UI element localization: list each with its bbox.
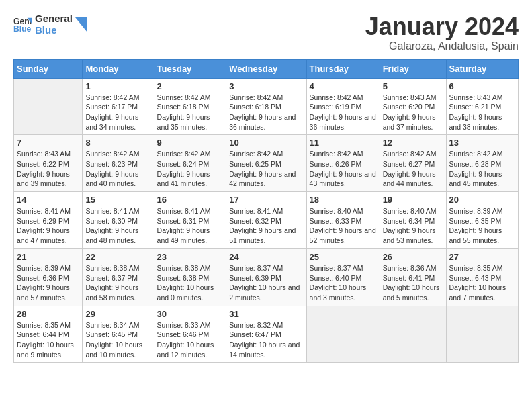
day-number: 26	[383, 252, 443, 262]
day-info: Sunrise: 8:36 AMSunset: 6:41 PMDaylight:…	[383, 263, 443, 303]
sunrise-time: Sunrise: 8:37 AM	[310, 264, 363, 272]
day-number: 19	[383, 195, 443, 205]
day-info: Sunrise: 8:40 AMSunset: 6:33 PMDaylight:…	[310, 206, 377, 246]
calendar-cell: 20Sunrise: 8:39 AMSunset: 6:35 PMDayligh…	[446, 192, 518, 249]
day-info: Sunrise: 8:41 AMSunset: 6:31 PMDaylight:…	[157, 206, 224, 246]
daylight-hours: Daylight: 9 hours and 42 minutes.	[229, 170, 296, 188]
calendar-cell: 15Sunrise: 8:41 AMSunset: 6:30 PMDayligh…	[83, 192, 154, 249]
daylight-hours: Daylight: 10 hours and 0 minutes.	[157, 283, 214, 302]
calendar-week-5: 28Sunrise: 8:35 AMSunset: 6:44 PMDayligh…	[14, 306, 519, 363]
daylight-hours: Daylight: 9 hours and 47 minutes.	[17, 226, 70, 244]
day-info: Sunrise: 8:37 AMSunset: 6:39 PMDaylight:…	[229, 263, 303, 303]
daylight-hours: Daylight: 10 hours and 10 minutes.	[85, 340, 142, 359]
calendar-cell: 28Sunrise: 8:35 AMSunset: 6:44 PMDayligh…	[14, 306, 83, 363]
day-info: Sunrise: 8:42 AMSunset: 6:28 PMDaylight:…	[449, 149, 515, 189]
calendar-week-2: 7Sunrise: 8:43 AMSunset: 6:22 PMDaylight…	[14, 135, 519, 192]
day-info: Sunrise: 8:42 AMSunset: 6:18 PMDaylight:…	[229, 93, 303, 132]
sunrise-time: Sunrise: 8:32 AM	[229, 321, 283, 329]
daylight-hours: Daylight: 9 hours and 48 minutes.	[85, 226, 138, 244]
daylight-hours: Daylight: 9 hours and 35 minutes.	[157, 113, 210, 131]
daylight-hours: Daylight: 9 hours and 36 minutes.	[310, 113, 376, 131]
daylight-hours: Daylight: 9 hours and 45 minutes.	[449, 170, 502, 188]
sunset-time: Sunset: 6:40 PM	[310, 274, 362, 282]
day-info: Sunrise: 8:34 AMSunset: 6:45 PMDaylight:…	[85, 320, 150, 360]
sunset-time: Sunset: 6:29 PM	[17, 217, 69, 225]
day-info: Sunrise: 8:39 AMSunset: 6:35 PMDaylight:…	[449, 206, 515, 246]
sunrise-time: Sunrise: 8:43 AM	[383, 93, 437, 101]
day-number: 14	[17, 195, 79, 205]
sunrise-time: Sunrise: 8:36 AM	[383, 264, 437, 272]
sunset-time: Sunset: 6:22 PM	[17, 160, 69, 168]
calendar-cell: 16Sunrise: 8:41 AMSunset: 6:31 PMDayligh…	[154, 192, 226, 249]
logo-icon: General Blue	[13, 15, 32, 34]
daylight-hours: Daylight: 9 hours and 39 minutes.	[17, 170, 70, 188]
day-info: Sunrise: 8:41 AMSunset: 6:32 PMDaylight:…	[229, 206, 303, 246]
daylight-hours: Daylight: 10 hours and 9 minutes.	[17, 340, 74, 359]
daylight-hours: Daylight: 9 hours and 34 minutes.	[85, 113, 138, 131]
header-saturday: Saturday	[446, 59, 518, 78]
sunrise-time: Sunrise: 8:42 AM	[229, 150, 283, 158]
daylight-hours: Daylight: 10 hours and 5 minutes.	[383, 283, 440, 302]
calendar-cell: 6Sunrise: 8:43 AMSunset: 6:21 PMDaylight…	[446, 78, 518, 135]
sunset-time: Sunset: 6:30 PM	[85, 217, 138, 225]
sunrise-time: Sunrise: 8:39 AM	[449, 207, 503, 215]
sunset-time: Sunset: 6:37 PM	[85, 274, 138, 282]
sunrise-time: Sunrise: 8:40 AM	[383, 207, 437, 215]
daylight-hours: Daylight: 9 hours and 49 minutes.	[157, 226, 210, 244]
header-wednesday: Wednesday	[226, 59, 306, 78]
day-number: 16	[157, 195, 224, 205]
sunrise-time: Sunrise: 8:42 AM	[157, 93, 211, 101]
day-number: 23	[157, 252, 224, 262]
sunset-time: Sunset: 6:32 PM	[229, 217, 281, 225]
sunset-time: Sunset: 6:36 PM	[17, 274, 69, 282]
sunset-time: Sunset: 6:19 PM	[310, 103, 362, 111]
daylight-hours: Daylight: 10 hours and 12 minutes.	[157, 340, 214, 359]
day-info: Sunrise: 8:42 AMSunset: 6:24 PMDaylight:…	[157, 149, 224, 189]
sunset-time: Sunset: 6:35 PM	[449, 217, 502, 225]
calendar-cell: 27Sunrise: 8:35 AMSunset: 6:43 PMDayligh…	[446, 248, 518, 306]
sunset-time: Sunset: 6:17 PM	[85, 103, 138, 111]
calendar-cell: 3Sunrise: 8:42 AMSunset: 6:18 PMDaylight…	[226, 78, 306, 135]
day-number: 21	[17, 252, 79, 262]
sunset-time: Sunset: 6:20 PM	[383, 103, 435, 111]
sunset-time: Sunset: 6:39 PM	[229, 274, 281, 282]
day-number: 3	[229, 81, 303, 91]
calendar-cell: 1Sunrise: 8:42 AMSunset: 6:17 PMDaylight…	[83, 78, 154, 135]
sunset-time: Sunset: 6:46 PM	[157, 330, 210, 338]
logo-blue: Blue	[35, 25, 73, 36]
day-number: 15	[85, 195, 150, 205]
sunrise-time: Sunrise: 8:33 AM	[157, 321, 211, 329]
day-info: Sunrise: 8:43 AMSunset: 6:20 PMDaylight:…	[383, 93, 443, 132]
svg-marker-3	[75, 17, 87, 32]
sunset-time: Sunset: 6:18 PM	[157, 103, 210, 111]
sunset-time: Sunset: 6:43 PM	[449, 274, 502, 282]
day-number: 28	[17, 309, 79, 319]
sunset-time: Sunset: 6:24 PM	[157, 160, 210, 168]
calendar-cell	[380, 306, 446, 363]
sunrise-time: Sunrise: 8:42 AM	[310, 93, 363, 101]
day-info: Sunrise: 8:42 AMSunset: 6:26 PMDaylight:…	[310, 149, 377, 189]
day-number: 2	[157, 81, 224, 91]
sunrise-time: Sunrise: 8:42 AM	[157, 150, 211, 158]
day-info: Sunrise: 8:32 AMSunset: 6:47 PMDaylight:…	[229, 320, 303, 360]
daylight-hours: Daylight: 9 hours and 58 minutes.	[85, 283, 138, 302]
day-number: 13	[449, 138, 515, 148]
day-info: Sunrise: 8:35 AMSunset: 6:44 PMDaylight:…	[17, 320, 79, 360]
calendar-cell: 17Sunrise: 8:41 AMSunset: 6:32 PMDayligh…	[226, 192, 306, 249]
day-number: 1	[85, 81, 150, 91]
calendar-cell: 11Sunrise: 8:42 AMSunset: 6:26 PMDayligh…	[306, 135, 380, 192]
day-info: Sunrise: 8:42 AMSunset: 6:27 PMDaylight:…	[383, 149, 443, 189]
calendar-cell: 5Sunrise: 8:43 AMSunset: 6:20 PMDaylight…	[380, 78, 446, 135]
sunset-time: Sunset: 6:33 PM	[310, 217, 362, 225]
sunrise-time: Sunrise: 8:37 AM	[229, 264, 283, 272]
header-sunday: Sunday	[14, 59, 83, 78]
day-info: Sunrise: 8:38 AMSunset: 6:38 PMDaylight:…	[157, 263, 224, 303]
day-info: Sunrise: 8:41 AMSunset: 6:30 PMDaylight:…	[85, 206, 150, 246]
sunrise-time: Sunrise: 8:42 AM	[449, 150, 503, 158]
daylight-hours: Daylight: 10 hours and 7 minutes.	[449, 283, 506, 302]
calendar-cell	[14, 78, 83, 135]
day-info: Sunrise: 8:43 AMSunset: 6:21 PMDaylight:…	[449, 93, 515, 132]
sunset-time: Sunset: 6:23 PM	[85, 160, 138, 168]
calendar-cell: 26Sunrise: 8:36 AMSunset: 6:41 PMDayligh…	[380, 248, 446, 306]
calendar-cell: 29Sunrise: 8:34 AMSunset: 6:45 PMDayligh…	[83, 306, 154, 363]
